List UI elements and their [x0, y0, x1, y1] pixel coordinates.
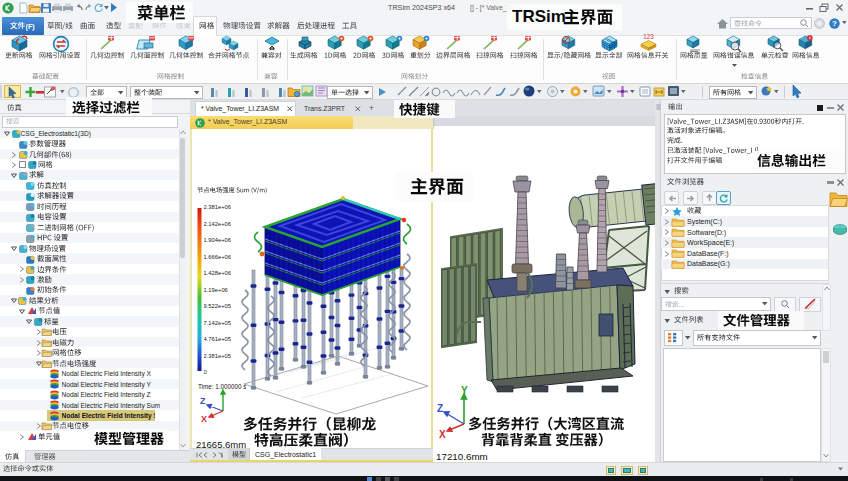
- svg-text:Y: Y: [461, 385, 468, 396]
- svg-text:Z: Z: [200, 396, 206, 406]
- svg-text:?: ?: [832, 19, 837, 28]
- svg-text:X: X: [439, 429, 446, 440]
- svg-text:X: X: [201, 414, 207, 424]
- svg-text:123: 123: [643, 33, 654, 40]
- svg-text:Z: Z: [437, 403, 443, 414]
